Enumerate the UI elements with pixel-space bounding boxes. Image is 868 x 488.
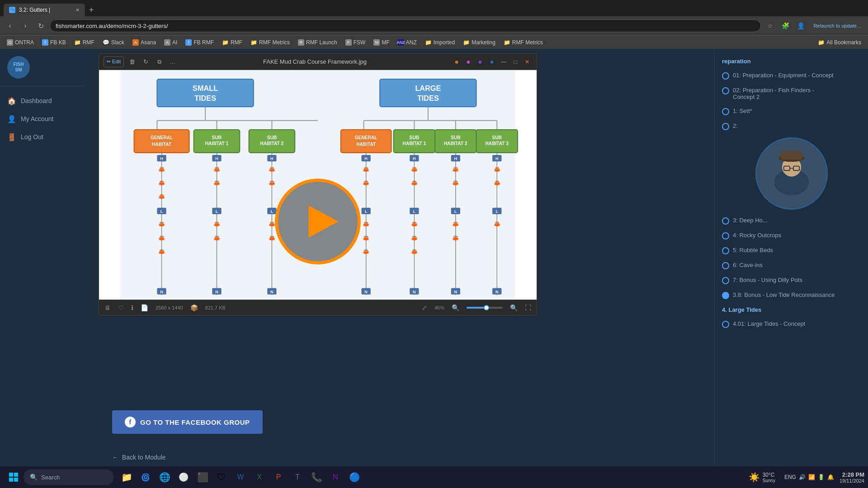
bookmark-mf[interactable]: M MF [370, 38, 392, 47]
bookmark-asana[interactable]: A Asana [129, 38, 159, 47]
svg-text:🦀: 🦀 [158, 179, 165, 187]
bookmark-rmflaunch[interactable]: R RMF Launch [295, 38, 340, 47]
taskbar-app-word[interactable]: W [231, 468, 250, 486]
taskbar-app-explorer[interactable]: 📁 [118, 468, 136, 486]
update-button[interactable]: Relaunch to update... [810, 19, 864, 32]
taskbar-app-terminal[interactable]: ⬛ [193, 468, 212, 486]
viewer-edit-button[interactable]: ✏ Edit [104, 56, 124, 67]
resize-icon[interactable]: ⤢ [422, 304, 427, 311]
taskbar-app-edge[interactable]: 🌐 [156, 468, 174, 486]
taskbar-app-onenote[interactable]: N [326, 468, 344, 486]
svg-text:N: N [160, 290, 163, 294]
viewer-rotate-button[interactable]: ↻ [140, 56, 151, 67]
extensions-button[interactable]: 🧩 [779, 19, 792, 32]
bookmark-rmf1[interactable]: 📁 RMF [71, 38, 98, 47]
taskbar-app-powerpoint[interactable]: P [269, 468, 288, 486]
rp-item-3[interactable]: 3: Deep Ho... [715, 213, 868, 228]
rp-item-38[interactable]: 3.8: Bonus - Low Tide Reconnaissance [715, 288, 868, 303]
fullscreen-button[interactable]: ⛶ [525, 304, 531, 311]
rp-item-7[interactable]: 7: Bonus - Using Dilly Pots [715, 273, 868, 288]
bookmark-icon-fbrmf: f [185, 39, 192, 46]
rp-item-01[interactable]: 01: Preparation - Equipment - Concept [715, 68, 868, 83]
taskbar-app-cortana[interactable]: 🌀 [137, 468, 155, 486]
heart-icon[interactable]: ♡ [118, 304, 124, 311]
rp-item-6[interactable]: 6: Cave-ins [715, 258, 868, 273]
viewer-close-button[interactable]: ✕ [522, 57, 532, 67]
tab-close[interactable]: ✕ [75, 7, 80, 13]
taskbar-app-teams[interactable]: T [288, 468, 307, 486]
zoom-in-button[interactable]: 🔍 [510, 304, 518, 311]
bookmark-star-button[interactable]: ☆ [764, 19, 776, 32]
bookmark-rmfmetrics1[interactable]: 📁 RMF Metrics [247, 38, 293, 47]
taskbar-app-chrome[interactable]: ⚪ [175, 468, 193, 486]
volume-icon[interactable]: 🔊 [799, 474, 806, 480]
taskbar: 🔍 Search 📁 🌀 🌐 ⚪ ⬛ 🛡 W X P T 📞 N 🔵 ☀️ 30… [0, 466, 868, 488]
address-bar[interactable]: fishsmarter.com.au/demo/mcm-3-2-gutters/ [50, 19, 761, 32]
svg-text:🦀: 🦀 [411, 235, 418, 242]
svg-text:HABITAT 3: HABITAT 3 [485, 141, 509, 146]
rp-item-2[interactable]: 2: [715, 119, 868, 134]
bookmark-rmfmetrics2[interactable]: 📁 RMF Metrics [500, 38, 546, 47]
taskbar-app-skype[interactable]: 📞 [307, 468, 326, 486]
battery-icon[interactable]: 🔋 [818, 474, 825, 480]
new-tab-button[interactable]: + [85, 4, 98, 16]
viewer-color3-button[interactable]: ● [475, 57, 485, 67]
rp-item-4[interactable]: 4: Rocky Outcrops [715, 228, 868, 243]
viewer-content: SMALL TIDES LARGE TIDES GE [99, 70, 537, 300]
active-tab[interactable]: 🐟 3.2: Gutters | ✕ [4, 4, 85, 16]
sidebar-item-logout[interactable]: 🚪 Log Out [0, 128, 85, 146]
viewer-color4-button[interactable]: ● [487, 57, 497, 67]
info-icon[interactable]: ℹ [131, 304, 133, 311]
reload-button[interactable]: ↻ [34, 19, 47, 32]
bookmarks-bar: O ONTRA f FB KB 📁 RMF 💬 Slack A Asana A … [0, 35, 868, 49]
bookmark-fbrmf[interactable]: f FB RMF [182, 38, 217, 47]
rp-item-02[interactable]: 02: Preparation - Fish Finders -Concept … [715, 83, 868, 104]
taskbar-app-excel[interactable]: X [250, 468, 269, 486]
viewer-maximize-button[interactable]: □ [510, 57, 520, 67]
taskbar-app-malware[interactable]: 🛡 [212, 468, 231, 486]
forward-nav-button[interactable]: › [19, 19, 32, 32]
back-nav-button[interactable]: ‹ [4, 19, 16, 32]
bookmark-rmf2[interactable]: 📁 RMF [219, 38, 245, 47]
notification-icon[interactable]: 🔔 [827, 474, 834, 480]
viewer-trash-button[interactable]: 🗑 [127, 56, 137, 67]
bookmark-imported[interactable]: 📁 Imported [422, 38, 458, 47]
bookmark-anz[interactable]: ANZ ANZ [395, 38, 420, 47]
profile-button[interactable]: 👤 [794, 19, 807, 32]
viewer-minimize-button[interactable]: — [499, 57, 509, 67]
bookmark-marketing[interactable]: 📁 Marketing [460, 38, 499, 47]
logout-icon: 🚪 [7, 132, 16, 141]
svg-rect-125 [780, 151, 802, 160]
taskbar-app-extra[interactable]: 🔵 [345, 468, 363, 486]
facebook-button-area: f GO TO THE FACEBOOK GROUP [112, 410, 263, 434]
taskbar-search[interactable]: 🔍 Search [24, 469, 114, 485]
monitor-icon[interactable]: 🖥 [104, 304, 111, 311]
viewer-color1-button[interactable]: ● [452, 57, 462, 67]
all-bookmarks[interactable]: 📁 All Bookmarks [815, 38, 864, 47]
start-button[interactable] [4, 467, 24, 487]
viewer-copy-button[interactable]: ⧉ [154, 56, 165, 67]
bookmark-ai[interactable]: A AI [161, 38, 180, 47]
rp-item-5[interactable]: 5: Rubble Beds [715, 243, 868, 258]
svg-text:L: L [160, 209, 163, 214]
bookmark-icon-fsw: F [345, 39, 352, 46]
sidebar-item-dashboard[interactable]: 🏠 Dashboard [0, 92, 85, 110]
facebook-group-button[interactable]: f GO TO THE FACEBOOK GROUP [112, 410, 263, 434]
back-to-module-button[interactable]: ← Back to Module [112, 454, 166, 461]
rp-item-1[interactable]: 1: Sett* [715, 104, 868, 119]
zoom-slider[interactable] [467, 307, 503, 309]
viewer-more-button[interactable]: … [167, 56, 178, 67]
svg-text:L: L [271, 209, 274, 214]
bookmark-ontra[interactable]: O ONTRA [4, 38, 37, 47]
facebook-icon: f [125, 417, 136, 427]
bookmark-fbkb[interactable]: f FB KB [39, 38, 69, 47]
bookmark-slack[interactable]: 💬 Slack [99, 38, 127, 47]
sidebar-item-account[interactable]: 👤 My Account [0, 110, 85, 128]
taskbar-clock[interactable]: 2:28 PM 19/11/2024 [840, 471, 864, 483]
language-indicator[interactable]: ENG [784, 474, 796, 480]
viewer-color2-button[interactable]: ● [463, 57, 473, 67]
zoom-out-button[interactable]: 🔍 [452, 304, 459, 311]
network-icon[interactable]: 📶 [808, 474, 815, 480]
rp-item-401[interactable]: 4.01: Large Tides - Concept [715, 317, 868, 332]
bookmark-fsw[interactable]: F FSW [342, 38, 369, 47]
